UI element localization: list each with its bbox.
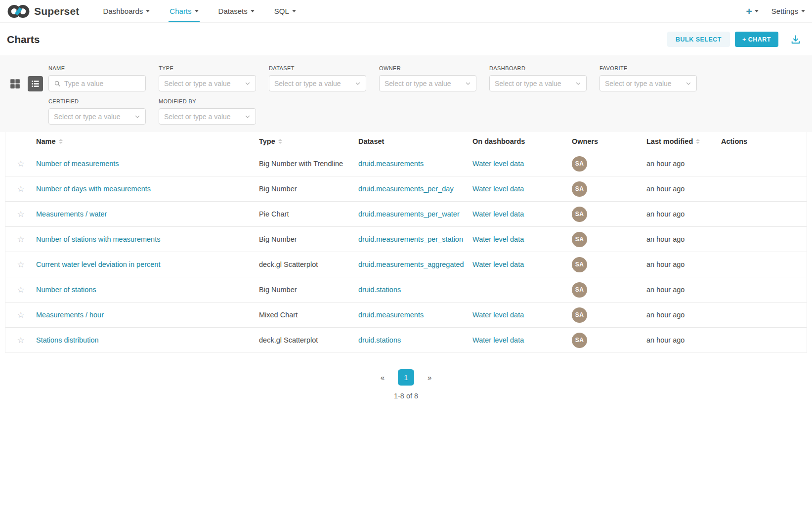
last-modified-cell: an hour ago — [646, 336, 721, 344]
dataset-link[interactable]: druid.stations — [358, 286, 401, 294]
dashboard-link[interactable]: Water level data — [472, 160, 524, 168]
superset-logo[interactable]: Superset — [7, 0, 79, 22]
column-header-on-dashboards: On dashboards — [472, 137, 572, 145]
filter-select[interactable]: Select or type a value — [269, 75, 366, 91]
owner-avatar: SA — [572, 257, 587, 272]
nav-item-datasets[interactable]: Datasets — [217, 0, 256, 22]
favorite-star-icon[interactable]: ☆ — [17, 235, 24, 244]
column-header-type[interactable]: Type — [259, 137, 358, 145]
charts-table: Name Type Dataset On dashboards Owners L… — [5, 132, 807, 353]
chart-name-link[interactable]: Number of days with measurements — [36, 185, 151, 193]
chart-name-link[interactable]: Measurements / hour — [36, 311, 104, 319]
filter-select[interactable]: Select or type a value — [48, 108, 146, 125]
card-view-toggle[interactable] — [7, 76, 23, 91]
dataset-link[interactable]: druid.measurements — [358, 160, 424, 168]
chevron-down-icon — [465, 81, 471, 86]
chart-name-link[interactable]: Measurements / water — [36, 210, 107, 218]
chart-name-link[interactable]: Current water level deviation in percent — [36, 260, 160, 268]
favorite-star-icon[interactable]: ☆ — [17, 210, 24, 218]
settings-label: Settings — [771, 7, 798, 15]
column-header-owners: Owners — [572, 137, 646, 145]
last-modified-cell: an hour ago — [646, 286, 721, 294]
favorite-star-icon[interactable]: ☆ — [17, 185, 24, 193]
filter-rows: NAME TYPE Select or type a value — [48, 65, 812, 125]
table-row: ☆ Number of days with measurements Big N… — [5, 176, 807, 201]
list-view-toggle[interactable] — [28, 76, 43, 91]
dataset-link[interactable]: druid.measurements — [358, 311, 424, 319]
favorite-star-icon[interactable]: ☆ — [17, 160, 24, 168]
pagination-summary: 1-8 of 8 — [0, 392, 812, 400]
chart-type-cell: Big Number — [259, 185, 358, 193]
chevron-down-icon — [575, 81, 581, 86]
dashboard-link[interactable]: Water level data — [472, 336, 524, 344]
previous-page-button[interactable]: « — [381, 373, 385, 382]
filter-group: TYPE Select or type a value — [159, 65, 256, 91]
dashboard-link[interactable]: Water level data — [472, 311, 524, 319]
favorite-star-icon[interactable]: ☆ — [17, 311, 24, 319]
new-menu-button[interactable]: + — [746, 6, 759, 16]
filter-group: OWNER Select or type a value — [379, 65, 476, 91]
chevron-down-icon — [195, 10, 199, 12]
column-header-name[interactable]: Name — [36, 137, 259, 145]
nav-item-dashboards[interactable]: Dashboards — [102, 0, 151, 22]
page-header: Charts BULK SELECT + CHART — [0, 23, 812, 55]
favorite-star-icon[interactable]: ☆ — [17, 286, 24, 294]
nav-item-label: SQL — [274, 7, 289, 15]
dataset-link[interactable]: druid.measurements_per_water — [358, 210, 460, 218]
dashboard-link[interactable]: Water level data — [472, 260, 524, 268]
superset-infinity-icon — [7, 3, 30, 20]
settings-menu-button[interactable]: Settings — [771, 7, 805, 15]
filter-select-placeholder: Select or type a value — [274, 80, 355, 87]
filter-text-input[interactable] — [64, 80, 140, 87]
filter-select-placeholder: Select or type a value — [605, 80, 685, 87]
favorite-star-icon[interactable]: ☆ — [17, 336, 24, 345]
search-icon — [54, 80, 61, 87]
nav-item-label: Dashboards — [103, 7, 143, 15]
table-row: ☆ Measurements / hour Mixed Chart druid.… — [5, 302, 807, 327]
filter-label: FAVORITE — [599, 65, 697, 71]
dataset-link[interactable]: druid.stations — [358, 336, 401, 344]
chart-name-link[interactable]: Stations distribution — [36, 336, 99, 344]
chevron-down-icon — [245, 114, 251, 120]
dashboard-link[interactable]: Water level data — [472, 185, 524, 193]
next-page-button[interactable]: » — [427, 373, 431, 382]
owner-avatar: SA — [572, 156, 587, 172]
dataset-link[interactable]: druid.measurements_per_day — [358, 185, 454, 193]
add-chart-button[interactable]: + CHART — [735, 32, 778, 47]
chevron-down-icon — [755, 10, 759, 12]
dashboard-link[interactable]: Water level data — [472, 210, 524, 218]
column-header-dataset: Dataset — [358, 137, 472, 145]
page-1-button[interactable]: 1 — [398, 369, 414, 386]
dataset-link[interactable]: druid.measurements_aggregated — [358, 260, 464, 268]
nav-item-sql[interactable]: SQL — [273, 0, 297, 22]
chart-name-link[interactable]: Number of stations — [36, 286, 96, 294]
filter-select[interactable]: Select or type a value — [379, 75, 476, 91]
owner-avatar: SA — [572, 181, 587, 197]
chevron-down-icon — [292, 10, 296, 12]
favorite-star-icon[interactable]: ☆ — [17, 260, 24, 269]
filter-select[interactable]: Select or type a value — [159, 108, 256, 125]
filter-label: CERTIFIED — [48, 98, 146, 104]
brand-name: Superset — [34, 5, 79, 17]
plus-icon: + — [746, 6, 752, 16]
table-header-row: Name Type Dataset On dashboards Owners L… — [5, 132, 807, 151]
column-header-actions: Actions — [721, 137, 807, 145]
dashboard-link[interactable]: Water level data — [472, 235, 524, 243]
owner-avatar: SA — [572, 207, 587, 222]
import-charts-button[interactable] — [790, 34, 801, 45]
filter-select-placeholder: Select or type a value — [385, 80, 465, 87]
table-row: ☆ Current water level deviation in perce… — [5, 252, 807, 277]
chevron-down-icon — [355, 81, 361, 86]
chart-type-cell: deck.gl Scatterplot — [259, 260, 358, 268]
bulk-select-button[interactable]: BULK SELECT — [667, 32, 730, 47]
filter-select[interactable]: Select or type a value — [159, 75, 256, 91]
nav-item-charts[interactable]: Charts — [169, 0, 199, 22]
filter-select[interactable]: Select or type a value — [599, 75, 697, 91]
chart-name-link[interactable]: Number of stations with measurements — [36, 235, 160, 243]
chart-name-link[interactable]: Number of measurements — [36, 160, 119, 168]
dataset-link[interactable]: druid.measurements_per_station — [358, 235, 463, 243]
table-row: ☆ Stations distribution deck.gl Scatterp… — [5, 327, 807, 352]
list-view-icon — [31, 79, 40, 88]
filter-select[interactable]: Select or type a value — [489, 75, 587, 91]
column-header-last-modified[interactable]: Last modified — [646, 137, 721, 145]
